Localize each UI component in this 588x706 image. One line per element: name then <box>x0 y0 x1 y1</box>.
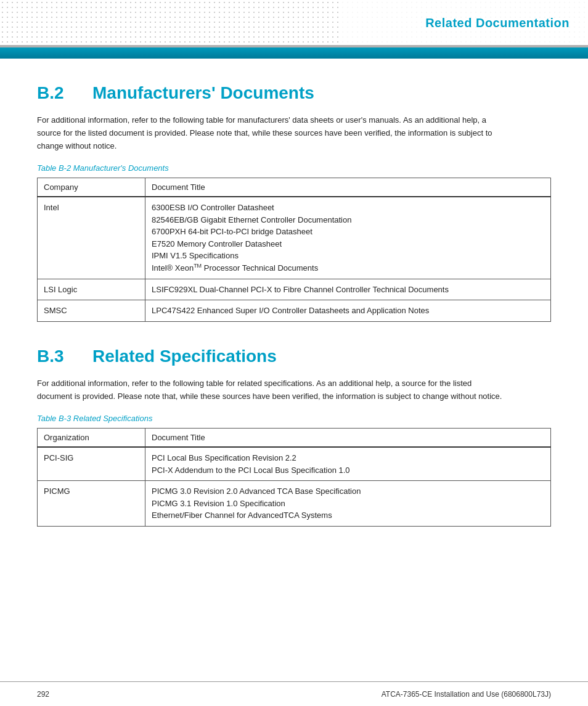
lsi-docs: LSIFC929XL Dual-Channel PCI-X to Fibre C… <box>145 279 551 300</box>
table-row: Intel 6300ESB I/O Controller Datasheet 8… <box>38 197 551 279</box>
smsc-docs: LPC47S422 Enhanced Super I/O Controller … <box>145 300 551 322</box>
picmg-docs: PICMG 3.0 Revision 2.0 Advanced TCA Base… <box>145 481 551 527</box>
doc-entry: PICMG 3.1 Revision 1.0 Specification <box>152 498 544 510</box>
header-title-area: Related Documentation <box>341 0 588 46</box>
doc-entry: Ethernet/Fiber Channel for AdvancedTCA S… <box>152 509 544 522</box>
table-header-row: Company Document Title <box>38 178 551 197</box>
table-row: PCI-SIG PCI Local Bus Specification Revi… <box>38 447 551 481</box>
section-b3-number: B.3 <box>37 347 92 366</box>
col-company-header: Company <box>38 178 145 197</box>
company-smsc: SMSC <box>38 300 145 322</box>
table-b3-caption: Table B-3 Related Specifications <box>37 414 551 423</box>
company-intel: Intel <box>38 197 145 279</box>
doc-entry: PICMG 3.0 Revision 2.0 Advanced TCA Base… <box>152 485 544 498</box>
page-number: 292 <box>37 690 49 699</box>
specifications-table: Organization Document Title PCI-SIG PCI … <box>37 428 551 527</box>
doc-entry: IPMI V1.5 Specifications <box>152 250 544 262</box>
section-b3-description: For additional information, refer to the… <box>37 377 505 403</box>
page-footer: 292 ATCA-7365-CE Installation and Use (6… <box>0 681 588 706</box>
org-pcisig: PCI-SIG <box>38 447 145 481</box>
teal-bar-decoration <box>0 47 588 59</box>
doc-entry: PCI Local Bus Specification Revision 2.2 <box>152 452 544 464</box>
doc-entry: 82546EB/GB Gigabit Ethernet Controller D… <box>152 214 544 226</box>
table-b2-caption: Table B-2 Manufacturer's Documents <box>37 163 551 173</box>
table-row: PICMG PICMG 3.0 Revision 2.0 Advanced TC… <box>38 481 551 527</box>
section-b2-title: Manufacturers' Documents <box>92 83 314 103</box>
page-header: Related Documentation <box>0 0 588 59</box>
section-b3: B.3 Related Specifications For additiona… <box>37 347 551 527</box>
doc-entry: LPC47S422 Enhanced Super I/O Controller … <box>152 305 544 317</box>
doc-entry: PCI-X Addendum to the PCI Local Bus Spec… <box>152 464 544 477</box>
company-lsi: LSI Logic <box>38 279 145 300</box>
document-title: ATCA-7365-CE Installation and Use (68068… <box>382 690 551 699</box>
table-row: SMSC LPC47S422 Enhanced Super I/O Contro… <box>38 300 551 322</box>
col-doc-header: Document Title <box>145 178 551 197</box>
section-b3-heading: B.3 Related Specifications <box>37 347 551 366</box>
section-b2-number: B.2 <box>37 83 92 103</box>
col-doc-header: Document Title <box>145 429 551 448</box>
manufacturers-table: Company Document Title Intel 6300ESB I/O… <box>37 178 551 321</box>
table-header-row: Organization Document Title <box>38 429 551 448</box>
doc-entry: 6300ESB I/O Controller Datasheet <box>152 202 544 214</box>
section-b2-heading: B.2 Manufacturers' Documents <box>37 83 551 103</box>
intel-docs: 6300ESB I/O Controller Datasheet 82546EB… <box>145 197 551 279</box>
col-org-header: Organization <box>38 429 145 448</box>
org-picmg: PICMG <box>38 481 145 527</box>
section-b3-title: Related Specifications <box>92 347 277 366</box>
doc-entry: Intel® XeonTM Processor Technical Docume… <box>152 262 544 274</box>
doc-entry: E7520 Memory Controller Datasheet <box>152 238 544 250</box>
doc-entry: 6700PXH 64-bit PCI-to-PCI bridge Datashe… <box>152 226 544 238</box>
doc-entry: LSIFC929XL Dual-Channel PCI-X to Fibre C… <box>152 284 544 296</box>
page-title: Related Documentation <box>425 16 570 30</box>
pcisig-docs: PCI Local Bus Specification Revision 2.2… <box>145 447 551 481</box>
table-row: LSI Logic LSIFC929XL Dual-Channel PCI-X … <box>38 279 551 300</box>
section-b2-description: For additional information, refer to the… <box>37 114 505 152</box>
main-content: B.2 Manufacturers' Documents For additio… <box>0 59 588 576</box>
